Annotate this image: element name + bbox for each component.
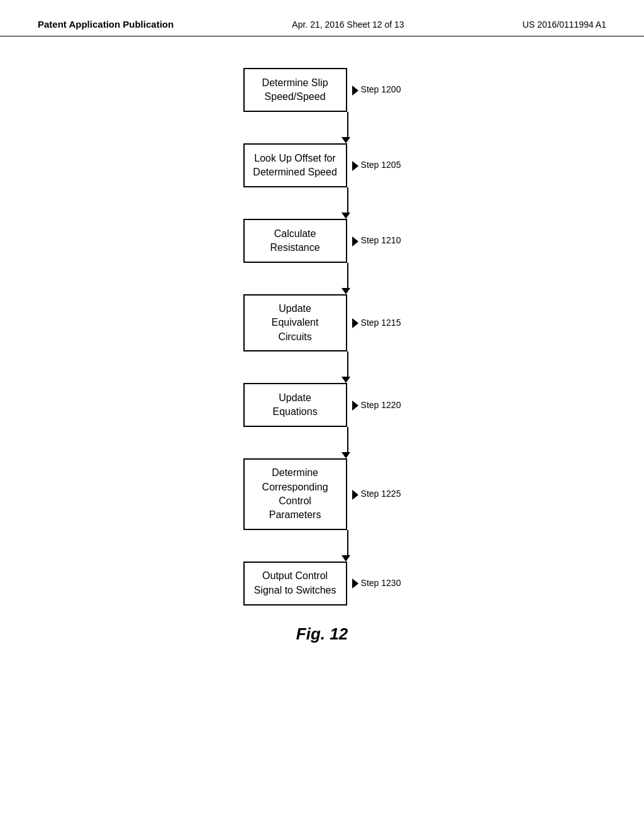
step-row-step1220: Update EquationsStep 1220 xyxy=(243,383,401,427)
step-row-step1200: Determine Slip Speed/SpeedStep 1200 xyxy=(243,68,401,112)
flowchart-diagram: Determine Slip Speed/SpeedStep 1200Look … xyxy=(0,43,644,644)
connector-line-5 xyxy=(347,530,348,555)
figure-caption: Fig. 12 xyxy=(296,624,348,644)
step-label-step1205: Step 1205 xyxy=(352,160,401,170)
step-label-step1230: Step 1230 xyxy=(352,578,401,589)
step-row-step1225: Determine Corresponding Control Paramete… xyxy=(243,458,401,530)
step-box-step1200: Determine Slip Speed/Speed xyxy=(243,68,347,112)
header-left: Patent Application Publication xyxy=(38,19,174,30)
step-label-step1210: Step 1210 xyxy=(352,235,401,246)
step-box-step1210: Calculate Resistance xyxy=(243,219,347,263)
connector-arrow-2 xyxy=(341,288,350,294)
step-label-step1200: Step 1200 xyxy=(352,84,401,95)
step-box-step1230: Output Control Signal to Switches xyxy=(243,562,347,606)
connector-line-1 xyxy=(347,187,348,213)
connector-line-4 xyxy=(347,427,348,452)
header-center: Apr. 21, 2016 Sheet 12 of 13 xyxy=(292,19,404,30)
step-label-step1225: Step 1225 xyxy=(352,489,401,499)
step-box-step1205: Look Up Offset for Determined Speed xyxy=(243,143,347,187)
connector-arrow-0 xyxy=(341,137,350,143)
step-row-step1230: Output Control Signal to SwitchesStep 12… xyxy=(243,562,401,606)
step-row-step1210: Calculate ResistanceStep 1210 xyxy=(243,219,401,263)
step-box-step1225: Determine Corresponding Control Paramete… xyxy=(243,458,347,530)
header-right: US 2016/0111994 A1 xyxy=(523,19,606,30)
step-box-step1220: Update Equations xyxy=(243,383,347,427)
connector-arrow-3 xyxy=(341,377,350,383)
page-header: Patent Application Publication Apr. 21, … xyxy=(0,0,644,36)
connector-arrow-5 xyxy=(341,555,350,562)
step-label-step1220: Step 1220 xyxy=(352,400,401,411)
connector-line-0 xyxy=(347,112,348,137)
step-row-step1205: Look Up Offset for Determined SpeedStep … xyxy=(243,143,401,187)
step-row-step1215: Update Equivalent CircuitsStep 1215 xyxy=(243,294,401,351)
connector-line-3 xyxy=(347,351,348,377)
step-box-step1215: Update Equivalent Circuits xyxy=(243,294,347,351)
connector-arrow-1 xyxy=(341,213,350,219)
connector-line-2 xyxy=(347,263,348,288)
step-label-step1215: Step 1215 xyxy=(352,318,401,328)
connector-arrow-4 xyxy=(341,452,350,458)
